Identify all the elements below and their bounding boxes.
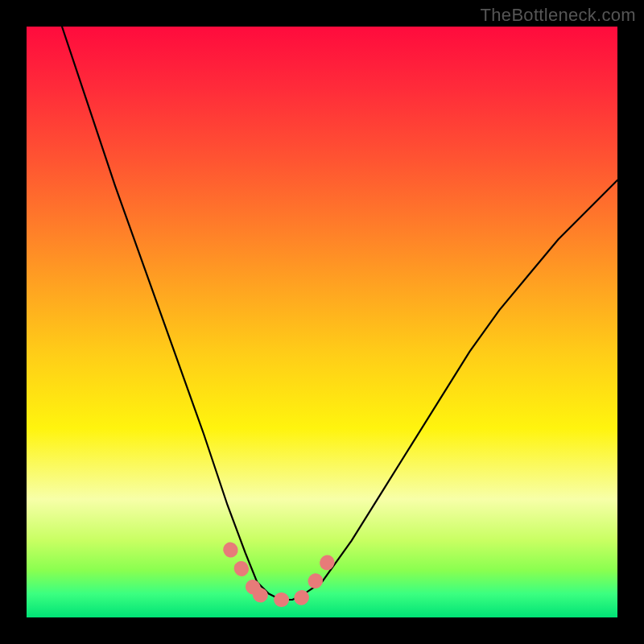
plot-area xyxy=(27,27,617,617)
highlight-curve-left xyxy=(230,550,260,596)
attribution-label: TheBottleneck.com xyxy=(481,5,636,26)
chart-frame: TheBottleneck.com xyxy=(0,0,644,644)
chart-svg xyxy=(27,27,617,617)
bottleneck-curve xyxy=(62,27,617,600)
